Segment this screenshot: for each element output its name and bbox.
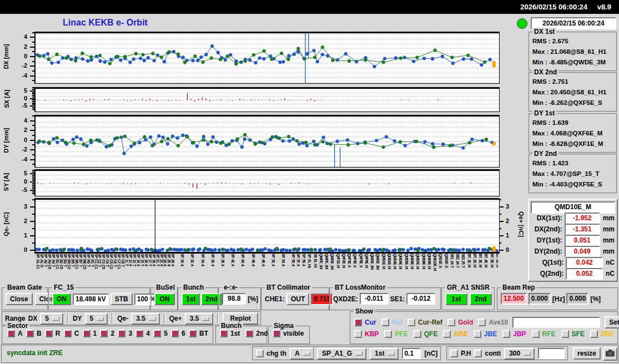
tick-mark <box>30 149 34 150</box>
beam-gate-close-1-button[interactable]: Close <box>6 293 33 305</box>
checkbox-indicator <box>447 318 455 326</box>
qmd-row: DX(1st):-1.952mm <box>530 213 615 224</box>
fc15-on-button[interactable]: ON <box>52 293 71 305</box>
checkbox-label: chg th <box>266 350 286 357</box>
show-jbp-checkbox[interactable]: JBP <box>502 330 526 338</box>
screenshot-button[interactable] <box>603 347 617 361</box>
bpm-select[interactable]: SP_A1_G <box>317 348 366 360</box>
checkbox-indicator <box>474 350 482 357</box>
bpm-label: QMD10E_M <box>433 254 437 271</box>
status-bar: syncdata init ZRE chg th A SP_A1_G 1st [… <box>1 345 619 363</box>
bpm-label: QXF6E_M <box>365 254 369 268</box>
resize-button[interactable]: resize <box>573 347 601 360</box>
checkbox-indicator <box>100 330 108 337</box>
checkbox-indicator <box>26 330 34 337</box>
bpm-label: QWDE_2M <box>370 254 374 269</box>
sigma-visible-checkbox[interactable]: visible <box>273 330 304 337</box>
sector-bt-checkbox[interactable]: BT <box>189 330 208 337</box>
range-dx-select[interactable]: 5 <box>40 313 63 325</box>
sector-2-checkbox[interactable]: 2 <box>100 330 114 337</box>
tick-label: -5 <box>22 186 27 193</box>
range-label: Range <box>5 315 26 322</box>
tick-mark <box>32 92 34 93</box>
show-qfe-checkbox[interactable]: QFE <box>414 330 438 338</box>
show-jbe-checkbox[interactable]: JBE <box>474 330 497 338</box>
bunch-select[interactable]: 1st <box>370 348 399 360</box>
ph-checkbox[interactable]: P.H <box>450 350 471 357</box>
conti-checkbox[interactable]: conti <box>474 350 501 357</box>
tick-label: -5 <box>22 103 27 109</box>
tick-label: 0 <box>24 178 27 185</box>
tick-mark <box>32 135 34 136</box>
gr-snsr-1st-button[interactable]: 1st <box>445 293 467 305</box>
sector-r-checkbox[interactable]: R <box>45 330 61 337</box>
checkbox-indicator <box>135 330 143 337</box>
fc15-kv-value: 18.498 kV <box>73 294 109 305</box>
bpm-label: SP_C5_C2 <box>109 254 113 269</box>
titlebar-datetime: 2026/02/15 06:00:24 <box>520 3 587 11</box>
checkbox-label: 1 <box>93 330 97 337</box>
sector-c-checkbox[interactable]: C <box>64 330 79 337</box>
sector-6-checkbox[interactable]: 6 <box>171 330 185 337</box>
show-ave10-checkbox[interactable]: Ave10 <box>478 318 508 326</box>
bunch-2nd-checkbox[interactable]: 2nd <box>245 330 268 337</box>
sector-b-checkbox[interactable]: B <box>26 330 42 337</box>
threshold-input[interactable] <box>402 348 421 359</box>
che1-out-button[interactable]: OUT <box>286 293 309 305</box>
show-kbp-checkbox[interactable]: KBP <box>354 330 379 338</box>
count-select[interactable]: 300 <box>504 348 535 360</box>
show-zre-checkbox[interactable]: ZRE <box>590 330 614 338</box>
sigma-panel: Sigma visible <box>268 326 310 345</box>
show-sfe-checkbox[interactable]: SFE <box>561 330 585 338</box>
tick-label: 0 <box>24 95 27 102</box>
range-qe-minus-select[interactable]: 3.5 <box>131 313 160 325</box>
tick-mark <box>30 206 34 208</box>
range-dy-select[interactable]: 5 <box>85 313 108 325</box>
show-cur-checkbox[interactable]: Cur <box>354 318 376 326</box>
bpm-label: BT_5E_M <box>490 254 494 267</box>
tick-mark <box>32 97 34 98</box>
count-input[interactable] <box>538 348 565 359</box>
fc15-stb-button[interactable]: STB <box>110 293 133 305</box>
axis-label: DY [mm] <box>2 115 11 165</box>
sector-5-checkbox[interactable]: 5 <box>153 330 168 337</box>
tick-mark <box>30 90 34 92</box>
gr-snsr-panel: GR_A1 SNSR 1st 2nd <box>441 287 495 311</box>
show-cur-ref-checkbox[interactable]: Cur-Ref <box>407 318 442 326</box>
tick-label: 3 <box>24 203 27 210</box>
show-pfe-checkbox[interactable]: PFE <box>384 330 407 338</box>
busel-on-button[interactable]: ON <box>154 293 175 305</box>
ref-file-input[interactable] <box>512 317 600 328</box>
set-ref-button[interactable]: Set Ref <box>605 316 619 328</box>
bpm-label: QXF3E_S <box>348 254 351 267</box>
chg-th-checkbox[interactable]: chg th <box>256 350 286 357</box>
chg-th-select[interactable]: A <box>290 348 314 360</box>
bunch-1st-button[interactable]: 1st <box>182 293 200 305</box>
tick-mark <box>499 242 501 244</box>
show-ref-checkbox[interactable]: Ref <box>381 318 402 326</box>
bpm-label: QXD2E_S <box>445 254 449 267</box>
gr-snsr-2nd-button[interactable]: 2nd <box>470 293 492 305</box>
bpm-label: SP_16_4 <box>144 254 148 266</box>
bunch-1st-checkbox[interactable]: 1st <box>220 330 240 337</box>
beam-rep-panel: Beam Rep 12.500 0.000 [Hz] 0.000 [%] <box>497 287 618 311</box>
show-are-checkbox[interactable]: ARE <box>443 330 467 338</box>
sector-3-checkbox[interactable]: 3 <box>118 330 132 337</box>
range-qe-plus-select[interactable]: 3.5 <box>185 313 214 325</box>
status-message: syncdata init ZRE <box>7 349 63 357</box>
qmd-row: DY(2nd):0.049mm <box>530 246 615 257</box>
qmd-monitor-panel: QMD10E_M DX(1st):-1.952mm DX(2nd):-1.351… <box>528 199 618 282</box>
sector-a-checkbox[interactable]: A <box>7 330 23 337</box>
sector-4-checkbox[interactable]: 4 <box>135 330 150 337</box>
plot-qe <box>34 198 500 254</box>
checkbox-indicator <box>384 330 392 338</box>
checkbox-label: R <box>56 330 61 337</box>
sector-1-checkbox[interactable]: 1 <box>83 330 97 337</box>
bpm-label: SP_54_4 <box>281 254 285 266</box>
tick-label: 2 <box>24 218 27 224</box>
y-axis-dx: 420-2-4DX [mm] <box>0 32 34 82</box>
tick-mark <box>32 80 34 81</box>
show-gold-checkbox[interactable]: Gold <box>447 318 473 326</box>
show-rfe-checkbox[interactable]: RFE <box>532 330 556 338</box>
panel-title: Beam Rep <box>501 284 537 291</box>
